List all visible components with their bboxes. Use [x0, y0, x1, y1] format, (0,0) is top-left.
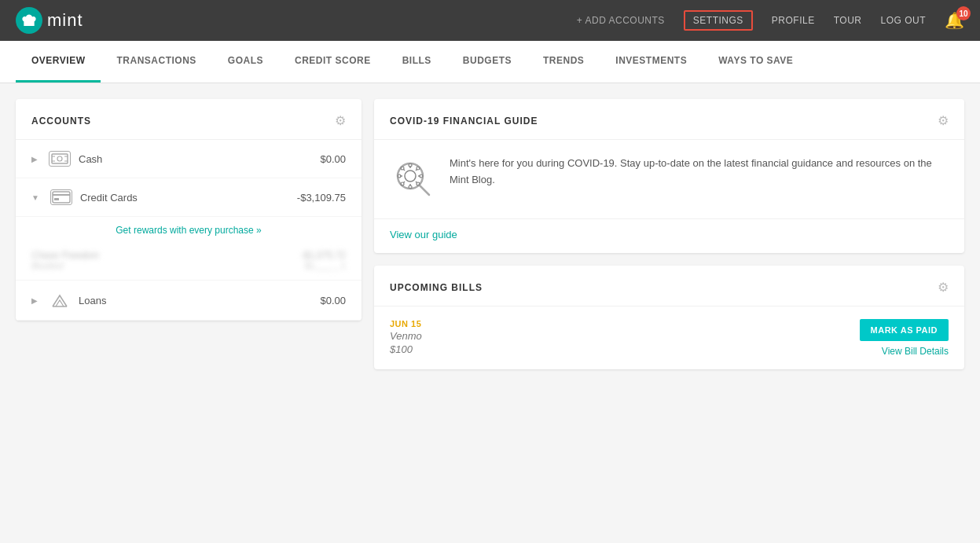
bill-amount: $100 [390, 343, 422, 355]
tab-budgets[interactable]: BUDGETS [447, 41, 527, 83]
cash-account-name: Cash [79, 153, 102, 165]
bill-item: JUN 15 Venmo $100 MARK AS PAID View Bill… [374, 306, 964, 369]
accounts-card-header: ACCOUNTS ⚙ [16, 99, 362, 140]
credit-card-icon [50, 189, 72, 205]
tab-overview[interactable]: OVERVIEW [16, 41, 101, 83]
covid-search-icon [390, 156, 437, 203]
bill-payee-name: Venmo [390, 330, 422, 342]
mint-logo[interactable]: mint [16, 7, 83, 34]
account-cash-row[interactable]: ▶ Cash $0.00 [16, 140, 362, 178]
tab-goals[interactable]: GOALS [212, 41, 279, 83]
logo-text: mint [47, 10, 83, 31]
accounts-title: ACCOUNTS [31, 116, 91, 127]
bills-title: UPCOMING BILLS [390, 282, 483, 293]
credit-subaccount-row[interactable]: Chase Freedom Bluebird -$1,075.72 $1,___… [16, 244, 362, 281]
credit-cards-account-name: Credit Cards [80, 192, 138, 204]
tab-investments[interactable]: INVESTMENTS [600, 41, 703, 83]
accounts-card: ACCOUNTS ⚙ ▶ [16, 99, 362, 321]
covid-body: Mint's here for you during COVID-19. Sta… [374, 140, 964, 218]
svg-point-1 [57, 156, 62, 161]
chevron-right-icon: ▶ [31, 296, 38, 305]
loans-amount: $0.00 [320, 295, 346, 306]
header-nav: + ADD ACCOUNTS SETTINGS PROFILE TOUR LOG… [577, 10, 964, 31]
right-column: COVID-19 FINANCIAL GUIDE ⚙ [374, 99, 964, 382]
rewards-link[interactable]: Get rewards with every purchase » [16, 217, 362, 244]
bill-row: JUN 15 Venmo $100 MARK AS PAID View Bill… [390, 319, 949, 357]
svg-line-11 [420, 185, 429, 195]
account-left: ▶ Cash [31, 151, 102, 167]
cash-account-amount: $0.00 [320, 153, 346, 165]
view-guide-link[interactable]: View our guide [374, 218, 964, 253]
covid-card: COVID-19 FINANCIAL GUIDE ⚙ [374, 99, 964, 253]
logout-link[interactable]: LOG OUT [880, 15, 926, 26]
add-accounts-link[interactable]: + ADD ACCOUNTS [577, 15, 665, 26]
covid-card-header: COVID-19 FINANCIAL GUIDE ⚙ [374, 99, 964, 140]
nav-tabs: OVERVIEWTRANSACTIONSGOALSCREDIT SCOREBIL… [0, 41, 980, 83]
tour-link[interactable]: TOUR [834, 15, 862, 26]
view-bill-details-link[interactable]: View Bill Details [882, 346, 949, 357]
bills-card-header: UPCOMING BILLS ⚙ [374, 266, 964, 306]
svg-point-12 [405, 171, 416, 182]
loans-icon [49, 292, 71, 309]
chevron-right-icon: ▶ [31, 155, 38, 163]
header: mint + ADD ACCOUNTS SETTINGS PROFILE TOU… [0, 0, 980, 41]
account-loans-row[interactable]: ▶ Loans $0.00 [16, 281, 362, 321]
svg-rect-6 [53, 192, 70, 203]
covid-title: COVID-19 FINANCIAL GUIDE [390, 116, 538, 127]
tab-credit-score[interactable]: CREDIT SCORE [279, 41, 387, 83]
loans-account-name: Loans [79, 295, 106, 306]
mark-as-paid-button[interactable]: MARK AS PAID [860, 319, 949, 341]
account-credit-cards-row[interactable]: ▼ Credit Cards -$3,109.75 [16, 178, 362, 217]
tab-trends[interactable]: TRENDS [527, 41, 600, 83]
chevron-down-icon: ▼ [31, 193, 39, 202]
bills-gear-icon[interactable]: ⚙ [938, 280, 949, 295]
svg-rect-0 [52, 154, 68, 163]
header-left: mint [16, 7, 83, 34]
notification-badge: 10 [956, 6, 971, 20]
bill-actions: MARK AS PAID View Bill Details [860, 319, 949, 357]
main-content: ACCOUNTS ⚙ ▶ [0, 83, 980, 398]
bills-card: UPCOMING BILLS ⚙ JUN 15 Venmo $100 MARK … [374, 266, 964, 369]
svg-point-18 [420, 174, 423, 178]
tab-ways-to-save[interactable]: WAYS TO SAVE [703, 41, 809, 83]
account-left: ▼ Credit Cards [31, 189, 138, 205]
credit-cards-amount: -$3,109.75 [297, 192, 346, 204]
profile-link[interactable]: PROFILE [772, 15, 815, 26]
mint-logo-icon [16, 7, 42, 34]
notification-button[interactable]: 🔔 10 [945, 11, 964, 30]
bill-left: JUN 15 Venmo $100 [390, 319, 422, 355]
bill-date-label: JUN 15 [390, 319, 422, 328]
settings-link[interactable]: SETTINGS [684, 10, 753, 31]
covid-gear-icon[interactable]: ⚙ [938, 113, 949, 128]
tab-transactions[interactable]: TRANSACTIONS [101, 41, 211, 83]
tab-bills[interactable]: BILLS [387, 41, 447, 83]
covid-body-text: Mint's here for you during COVID-19. Sta… [450, 156, 949, 189]
cash-icon [49, 151, 71, 167]
left-column: ACCOUNTS ⚙ ▶ [16, 99, 362, 382]
svg-rect-8 [54, 198, 59, 200]
account-left: ▶ Loans [31, 292, 106, 309]
accounts-gear-icon[interactable]: ⚙ [335, 113, 346, 128]
